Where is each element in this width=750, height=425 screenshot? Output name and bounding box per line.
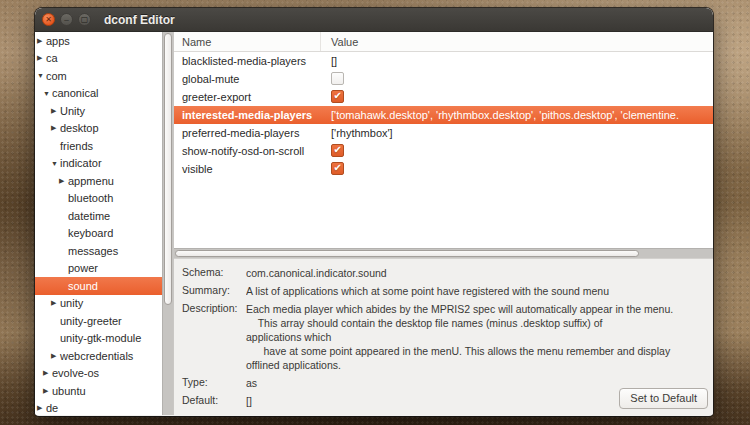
sidebar-item-keyboard[interactable]: keyboard [35, 225, 173, 243]
expander-icon[interactable]: ▶ [37, 54, 46, 62]
close-button[interactable]: ✕ [42, 13, 55, 26]
expander-icon[interactable]: ▶ [51, 352, 60, 360]
sidebar-item-de[interactable]: ▶de [35, 400, 173, 416]
sidebar-item-webcredentials[interactable]: ▶webcredentials [35, 347, 173, 365]
sidebar-item-label: keyboard [68, 227, 113, 239]
minimize-icon: – [64, 15, 68, 23]
key-value [321, 72, 713, 87]
sidebar-item-Unity[interactable]: ▶Unity [35, 102, 173, 120]
dconf-editor-window: ✕ – ▢ dconf Editor ▶apps ▶ca ▼com ▼canon… [35, 8, 713, 416]
sidebar-item-label: desktop [60, 122, 99, 134]
description-label: Description: [182, 302, 246, 372]
expander-icon[interactable]: ▼ [51, 160, 60, 167]
sidebar-item-label: apps [46, 35, 70, 47]
titlebar[interactable]: ✕ – ▢ dconf Editor [35, 8, 713, 32]
table-row-show-notify-osd-on-scroll[interactable]: show-notify-osd-on-scroll [174, 142, 713, 160]
right-panel: Name Value blacklisted-media-players [] … [174, 32, 713, 415]
table-row-greeter-export[interactable]: greeter-export [174, 88, 713, 106]
summary-value: A list of applications which at some poi… [246, 284, 705, 298]
sidebar-item-apps[interactable]: ▶apps [35, 32, 173, 50]
tree-scrollbar[interactable] [162, 32, 173, 415]
key-name: show-notify-osd-on-scroll [174, 145, 321, 157]
key-name: blacklisted-media-players [174, 55, 321, 67]
table-row-interested-media-players[interactable]: interested-media-players ['tomahawk.desk… [174, 106, 713, 124]
checkbox-unchecked-icon[interactable] [331, 72, 344, 85]
sidebar-item-label: Unity [60, 105, 85, 117]
key-name: visible [174, 163, 321, 175]
sidebar-item-label: evolve-os [52, 367, 99, 379]
sidebar-item-label: unity [60, 297, 83, 309]
sidebar-item-datetime[interactable]: datetime [35, 207, 173, 225]
table-row-visible[interactable]: visible [174, 160, 713, 178]
expander-icon[interactable]: ▶ [43, 387, 52, 395]
key-value: ['rhythmbox'] [321, 127, 713, 139]
checkbox-checked-icon[interactable] [331, 162, 344, 175]
column-header-name[interactable]: Name [174, 32, 321, 51]
minimize-button[interactable]: – [60, 13, 73, 26]
expander-icon[interactable]: ▶ [43, 369, 52, 377]
table-row-global-mute[interactable]: global-mute [174, 70, 713, 88]
sidebar-item-desktop[interactable]: ▶desktop [35, 120, 173, 138]
sidebar-item-ca[interactable]: ▶ca [35, 50, 173, 68]
sidebar-item-evolve-os[interactable]: ▶evolve-os [35, 365, 173, 383]
sidebar-item-label: unity-greeter [60, 315, 122, 327]
maximize-button[interactable]: ▢ [78, 13, 91, 26]
sidebar-item-canonical[interactable]: ▼canonical [35, 85, 173, 103]
sidebar-item-unity[interactable]: ▶unity [35, 295, 173, 313]
sidebar-item-label: appmenu [68, 175, 114, 187]
expander-icon[interactable]: ▼ [43, 90, 52, 97]
sidebar-item-unity-gtk-module[interactable]: unity-gtk-module [35, 330, 173, 348]
set-to-default-button[interactable]: Set to Default [619, 388, 708, 409]
sidebar-item-label: messages [68, 245, 118, 257]
sidebar-item-label: com [46, 70, 67, 82]
column-header-value[interactable]: Value [321, 32, 713, 51]
expander-icon[interactable]: ▶ [51, 124, 60, 132]
tree-scrollbar-thumb[interactable] [164, 33, 172, 305]
table-row-preferred-media-players[interactable]: preferred-media-players ['rhythmbox'] [174, 124, 713, 142]
sidebar-item-indicator[interactable]: ▼indicator [35, 155, 173, 173]
sidebar-item-messages[interactable]: messages [35, 242, 173, 260]
table-row-blacklisted-media-players[interactable]: blacklisted-media-players [] [174, 52, 713, 70]
expander-icon[interactable]: ▶ [51, 107, 60, 115]
table-header: Name Value [174, 32, 713, 52]
key-value: [] [321, 55, 713, 67]
checkbox-checked-icon[interactable] [331, 144, 344, 157]
sidebar-item-label: power [68, 262, 98, 274]
default-label: Default: [182, 394, 246, 408]
sidebar-item-bluetooth[interactable]: bluetooth [35, 190, 173, 208]
expander-icon[interactable]: ▶ [59, 177, 68, 185]
sidebar-item-label: unity-gtk-module [60, 332, 141, 344]
sidebar-item-label: datetime [68, 210, 110, 222]
sidebar-item-com[interactable]: ▼com [35, 67, 173, 85]
expander-icon[interactable]: ▶ [37, 404, 46, 412]
sidebar-item-label: sound [68, 280, 98, 292]
sidebar-item-label: ca [46, 52, 58, 64]
sidebar-item-label: indicator [60, 157, 102, 169]
keys-table: Name Value blacklisted-media-players [] … [174, 32, 713, 258]
sidebar-item-label: canonical [52, 87, 98, 99]
sidebar-item-appmenu[interactable]: ▶appmenu [35, 172, 173, 190]
description-value: Each media player which abides by the MP… [246, 302, 705, 372]
expander-icon[interactable]: ▼ [37, 72, 46, 79]
key-details-panel: Schema: com.canonical.indicator.sound Su… [174, 258, 713, 415]
sidebar-item-ubuntu[interactable]: ▶ubuntu [35, 382, 173, 400]
sidebar-item-friends[interactable]: friends [35, 137, 173, 155]
checkbox-checked-icon[interactable] [331, 90, 344, 103]
sidebar-item-sound[interactable]: sound [35, 277, 163, 295]
expander-icon[interactable]: ▶ [37, 37, 46, 45]
sidebar-item-label: webcredentials [60, 350, 133, 362]
key-name: interested-media-players [174, 109, 321, 121]
sidebar-item-power[interactable]: power [35, 260, 173, 278]
summary-label: Summary: [182, 284, 246, 298]
key-value [321, 90, 713, 105]
close-icon: ✕ [45, 15, 52, 23]
key-value: ['tomahawk.desktop', 'rhythmbox.desktop'… [321, 109, 713, 121]
key-value [321, 144, 713, 159]
schema-tree-panel: ▶apps ▶ca ▼com ▼canonical ▶Unity ▶deskto… [35, 32, 174, 415]
expander-icon[interactable]: ▶ [51, 299, 60, 307]
maximize-icon: ▢ [81, 15, 89, 23]
table-hscrollbar[interactable] [174, 248, 713, 258]
sidebar-item-unity-greeter[interactable]: unity-greeter [35, 312, 173, 330]
table-hscrollbar-thumb[interactable] [175, 250, 639, 257]
schema-value: com.canonical.indicator.sound [246, 266, 705, 280]
